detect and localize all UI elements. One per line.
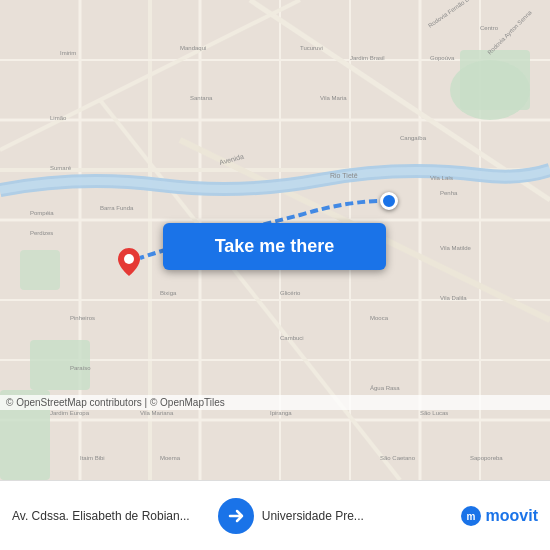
svg-text:Imirim: Imirim (60, 50, 76, 56)
svg-text:Penha: Penha (440, 190, 458, 196)
svg-text:Itaim Bibi: Itaim Bibi (80, 455, 105, 461)
svg-point-62 (124, 254, 134, 264)
map-container: Avenida Rio Tietê Barra Funda Bixiga Brá… (0, 0, 550, 480)
moovit-text: moovit (486, 507, 538, 525)
svg-text:Paraíso: Paraíso (70, 365, 91, 371)
svg-text:Vila Matilde: Vila Matilde (440, 245, 472, 251)
svg-text:Ipiranga: Ipiranga (270, 410, 292, 416)
svg-text:Tucuruvi: Tucuruvi (300, 45, 323, 51)
arrow-right-icon (227, 507, 245, 525)
svg-text:Vila Mariana: Vila Mariana (140, 410, 174, 416)
svg-text:Glicério: Glicério (280, 290, 301, 296)
svg-rect-23 (20, 250, 60, 290)
svg-text:Moema: Moema (160, 455, 181, 461)
arrow-button[interactable] (218, 498, 254, 534)
svg-text:Pompéia: Pompéia (30, 210, 54, 216)
svg-text:São Caetano: São Caetano (380, 455, 416, 461)
svg-text:Santana: Santana (190, 95, 213, 101)
svg-text:São Lucas: São Lucas (420, 410, 448, 416)
take-me-there-button[interactable]: Take me there (163, 223, 386, 270)
svg-text:Cambuci: Cambuci (280, 335, 304, 341)
destination-label: Universidade Pre... (262, 509, 460, 523)
svg-text:Mooca: Mooca (370, 315, 389, 321)
svg-text:Cangaíba: Cangaíba (400, 135, 427, 141)
origin-marker (380, 192, 398, 210)
svg-text:Bixiga: Bixiga (160, 290, 177, 296)
svg-text:Pinheiros: Pinheiros (70, 315, 95, 321)
moovit-logo: m moovit (460, 505, 538, 527)
svg-text:Mandaqui: Mandaqui (180, 45, 206, 51)
svg-text:Vila Laís: Vila Laís (430, 175, 453, 181)
destination-marker (118, 248, 140, 276)
svg-text:Sapoporeba: Sapoporeba (470, 455, 503, 461)
svg-point-22 (450, 60, 530, 120)
bottom-bar: Av. Cdssa. Elisabeth de Robian... Univer… (0, 480, 550, 550)
svg-text:Limão: Limão (50, 115, 67, 121)
moovit-icon: m (460, 505, 482, 527)
svg-text:Vila Maria: Vila Maria (320, 95, 347, 101)
svg-text:Água Rasa: Água Rasa (370, 385, 400, 391)
svg-text:Perdizes: Perdizes (30, 230, 53, 236)
svg-text:Jardim Europa: Jardim Europa (50, 410, 90, 416)
svg-text:Rio Tietê: Rio Tietê (330, 172, 358, 179)
svg-text:Barra Funda: Barra Funda (100, 205, 134, 211)
svg-text:Centro: Centro (480, 25, 499, 31)
svg-text:Vila Dalila: Vila Dalila (440, 295, 467, 301)
map-attribution: © OpenStreetMap contributors | © OpenMap… (0, 395, 550, 410)
svg-text:Jardim Brasil: Jardim Brasil (350, 55, 385, 61)
svg-text:Sumaré: Sumaré (50, 165, 72, 171)
origin-label: Av. Cdssa. Elisabeth de Robian... (12, 509, 210, 523)
svg-text:Gopoúva: Gopoúva (430, 55, 455, 61)
svg-text:m: m (466, 511, 475, 522)
